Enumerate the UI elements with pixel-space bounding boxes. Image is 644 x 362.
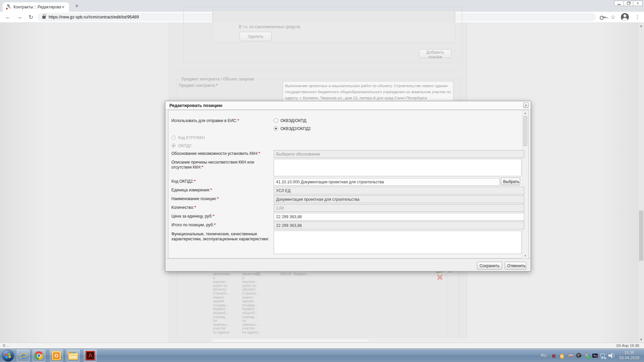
unit-price-label: Цена за единицу, руб:* bbox=[171, 214, 272, 219]
dialog-title: Редактировать позицию bbox=[169, 103, 222, 108]
required-mark: * bbox=[237, 118, 239, 123]
tab-close-icon[interactable]: × bbox=[62, 5, 64, 9]
radio-ktru-kkn[interactable] bbox=[171, 135, 176, 140]
required-mark: * bbox=[195, 205, 196, 210]
language-indicator[interactable]: RU bbox=[541, 353, 547, 358]
clock-date: 03.04.2019 bbox=[619, 356, 639, 361]
unit-input[interactable] bbox=[274, 187, 524, 194]
kkn-reason-label: Обоснование невозможности установить ККН… bbox=[171, 151, 272, 156]
start-button[interactable] bbox=[2, 350, 14, 362]
bookmark-star-icon[interactable]: ☆ bbox=[610, 14, 615, 20]
characteristics-textarea[interactable] bbox=[274, 231, 522, 254]
cancel-button[interactable]: Отменить bbox=[505, 262, 526, 269]
copyright-text: © ... bbox=[3, 344, 10, 348]
sync-clock-icon[interactable] bbox=[576, 353, 582, 358]
required-mark: * bbox=[213, 214, 214, 219]
gavel-favicon-icon bbox=[6, 4, 11, 10]
eis-label: Использовать для отправки в ЕИС:* bbox=[171, 118, 272, 123]
vertical-scrollbar[interactable]: ▲ ▼ bbox=[638, 23, 644, 343]
outlook-tray-icon[interactable]: O bbox=[560, 353, 566, 358]
tab-title: Контракты :: Редактирование ко bbox=[13, 5, 61, 9]
quantity-label: Количество:* bbox=[171, 205, 272, 210]
browser-menu-icon[interactable]: ⋮ bbox=[635, 14, 640, 20]
characteristics-label: Функциональные, технические, качественны… bbox=[171, 232, 272, 242]
profile-avatar[interactable] bbox=[621, 13, 629, 21]
unit-price-label-text: Цена за единицу, руб: bbox=[171, 214, 212, 219]
taskbar-separator bbox=[65, 350, 65, 361]
window-close-button[interactable]: × bbox=[633, 1, 643, 6]
okpd2-select-button[interactable]: Выбрать bbox=[501, 178, 520, 185]
folder-icon bbox=[68, 353, 78, 360]
taskbar-clock[interactable]: 15:35 03.04.2019 bbox=[619, 351, 639, 361]
required-mark: * bbox=[217, 196, 219, 201]
clock-time: 15:35 bbox=[619, 351, 639, 356]
edit-position-dialog: Редактировать позицию × ▲ ▼ Использовать… bbox=[165, 101, 531, 272]
quantity-label-text: Количество: bbox=[171, 205, 194, 210]
scroll-down-icon[interactable]: ▼ bbox=[523, 254, 528, 257]
radio-okpd2-label[interactable]: ОКПД2 bbox=[178, 143, 192, 148]
acrobat-icon: Λ bbox=[86, 351, 95, 360]
radio-okved2-okpd2[interactable] bbox=[274, 126, 278, 131]
window-maximize-button[interactable] bbox=[624, 1, 633, 6]
required-mark: * bbox=[259, 151, 260, 156]
scroll-down-icon[interactable]: ▼ bbox=[638, 338, 644, 341]
scroll-up-icon[interactable]: ▲ bbox=[638, 24, 644, 27]
taskbar: e O Λ RU K O ✓ 15:35 bbox=[0, 349, 644, 362]
reload-icon[interactable]: ↻ bbox=[28, 14, 34, 21]
unit-label: Единица измерения:* bbox=[171, 188, 272, 193]
unit-price-input[interactable] bbox=[274, 213, 524, 221]
dialog-scrollbar[interactable]: ▲ ▼ bbox=[522, 111, 528, 258]
browser-tab[interactable]: Контракты :: Редактирование ко × bbox=[3, 2, 69, 12]
radio-okved2-okpd2-label[interactable]: ОКВЭД2/ОКПД2 bbox=[280, 126, 311, 131]
taskbar-acrobat-button[interactable]: Λ bbox=[84, 350, 97, 362]
page-status-bar: © ... 03 Апр 15:35 bbox=[0, 343, 644, 349]
save-button[interactable]: Сохранить bbox=[477, 262, 502, 269]
radio-ktru-kkn-label[interactable]: Код КТРУ/ККН bbox=[178, 135, 205, 140]
dialog-scrollbar-thumb[interactable] bbox=[523, 116, 527, 146]
okpd2-input[interactable] bbox=[274, 178, 500, 186]
position-name-label-text: Наименование позиции: bbox=[171, 196, 217, 201]
dialog-close-button[interactable]: × bbox=[523, 103, 529, 108]
outlook-tray-glyph: O bbox=[560, 354, 564, 359]
screen: Контракты :: Редактирование ко × + × ← →… bbox=[0, 0, 644, 362]
kkn-desc-label-text: Описание причины несоответствия ККН или … bbox=[171, 160, 254, 170]
kkn-reason-select[interactable] bbox=[274, 150, 524, 158]
radio-okpd2[interactable] bbox=[171, 143, 176, 148]
taskbar-chrome-button[interactable] bbox=[33, 350, 45, 362]
kkn-reason-label-text: Обоснование невозможности установить ККН… bbox=[171, 151, 258, 156]
display-settings-icon[interactable] bbox=[592, 353, 598, 358]
taskbar-outlook-button[interactable]: O bbox=[50, 350, 63, 362]
outlook-icon: O bbox=[52, 351, 61, 360]
volume-icon[interactable] bbox=[608, 353, 614, 358]
taskbar-ie-button[interactable]: e bbox=[17, 350, 30, 362]
device-agent-icon[interactable] bbox=[568, 353, 574, 358]
network-icon[interactable] bbox=[600, 353, 606, 358]
okpd2-label-text: Код ОКПД2: bbox=[171, 179, 194, 184]
position-total-input[interactable] bbox=[274, 222, 524, 229]
windows-flag-icon bbox=[5, 353, 11, 359]
dialog-titlebar[interactable]: Редактировать позицию × bbox=[165, 101, 531, 110]
password-key-icon[interactable] bbox=[600, 15, 606, 19]
kaspersky-icon[interactable]: K bbox=[552, 353, 557, 358]
kkn-desc-label: Описание причины несоответствия ККН или … bbox=[171, 160, 272, 170]
scroll-up-icon[interactable]: ▲ bbox=[523, 112, 528, 115]
unit-label-text: Единица измерения: bbox=[171, 188, 210, 192]
back-icon[interactable]: ← bbox=[5, 14, 11, 20]
position-name-input[interactable] bbox=[274, 195, 524, 203]
kkn-desc-textarea[interactable] bbox=[274, 159, 522, 176]
minimize-icon bbox=[618, 4, 621, 5]
quantity-input[interactable] bbox=[274, 204, 524, 212]
kaspersky-k-glyph: K bbox=[552, 353, 555, 359]
forward-icon[interactable]: → bbox=[16, 14, 23, 20]
usb-safely-remove-icon[interactable]: ✓ bbox=[584, 353, 590, 358]
position-total-label-text: Итого по позиции, руб: bbox=[171, 223, 214, 227]
taskbar-explorer-button[interactable] bbox=[67, 350, 79, 362]
vertical-scrollbar-thumb[interactable] bbox=[639, 210, 643, 261]
position-name-label: Наименование позиции:* bbox=[171, 196, 272, 201]
radio-okved-okpd[interactable] bbox=[274, 118, 278, 123]
required-mark: * bbox=[214, 223, 216, 227]
window-minimize-button[interactable] bbox=[614, 1, 624, 6]
radio-okved-okpd-label[interactable]: ОКВЭД/ОКПД bbox=[280, 118, 306, 123]
url-text[interactable]: https://new.gz-spb.ru/#cm/contract/edit/… bbox=[49, 15, 139, 19]
new-tab-button[interactable]: + bbox=[72, 2, 81, 11]
